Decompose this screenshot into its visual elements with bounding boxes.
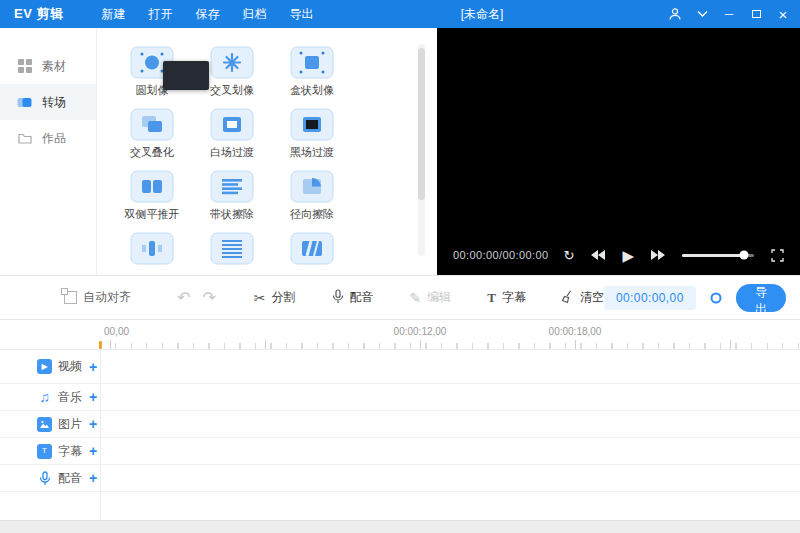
add-picture-button[interactable]: +	[89, 417, 97, 431]
transition-black-fade[interactable]: 黑场过渡	[277, 108, 347, 160]
playback-controls: ↻ ▶	[564, 248, 784, 263]
subtitle-track-lane[interactable]	[100, 438, 800, 464]
sidebar-item-material[interactable]: 素材	[0, 48, 96, 84]
menu-archive[interactable]: 归档	[242, 6, 266, 23]
add-video-button[interactable]: +	[89, 360, 97, 374]
horizontal-scrollbar[interactable]	[0, 520, 800, 533]
user-icon[interactable]	[668, 7, 682, 21]
maximize-button[interactable]	[749, 7, 763, 21]
video-track-lane[interactable]	[100, 350, 800, 383]
playhead[interactable]	[99, 341, 102, 349]
sidebar-item-works[interactable]: 作品	[0, 120, 96, 156]
picture-track-lane[interactable]	[100, 411, 800, 437]
music-track-lane[interactable]	[100, 384, 800, 410]
pencil-icon: ✎	[410, 291, 422, 305]
volume-slider[interactable]	[682, 254, 754, 257]
radial-wipe-icon	[290, 170, 334, 203]
play-button[interactable]: ▶	[622, 248, 634, 263]
fullscreen-button[interactable]	[771, 249, 784, 262]
slash-wipe-icon	[290, 232, 334, 265]
clear-button[interactable]: 清空	[560, 289, 604, 306]
preview-controls: 00:00:00/00:00:00 ↻ ▶	[437, 235, 800, 275]
dub-label: 配音	[350, 289, 374, 306]
transition-white-fade[interactable]: 白场过渡	[197, 108, 267, 160]
loop-icon[interactable]: ↻	[564, 249, 575, 262]
maximize-icon	[752, 10, 761, 18]
transitions-scrollbar-thumb[interactable]	[418, 48, 425, 200]
folder-icon	[17, 131, 32, 146]
transition-slash-wipe[interactable]	[277, 232, 347, 269]
transitions-scrollbar	[418, 44, 425, 256]
track-row-dub: 配音 +	[0, 465, 800, 492]
transition-stripe-wipe[interactable]	[197, 232, 267, 269]
edit-label: 编辑	[427, 289, 451, 306]
main-area: 素材 转场 作品	[0, 28, 800, 275]
scissors-icon: ✂	[254, 291, 266, 305]
track-row-video: ▶ 视频 +	[0, 350, 800, 384]
transition-radial-wipe[interactable]: 径向擦除	[277, 170, 347, 222]
rewind-button[interactable]	[591, 250, 605, 260]
music-track-icon: ♫	[37, 390, 52, 404]
app-logo: EV 剪辑	[14, 5, 63, 23]
dub-track-lane[interactable]	[100, 465, 800, 491]
edit-button[interactable]: ✎ 编辑	[410, 289, 452, 306]
ruler-label: 00:00:18,00	[549, 326, 602, 337]
grid-icon	[17, 59, 32, 74]
bar-wipe-icon	[130, 232, 174, 265]
add-dub-button[interactable]: +	[89, 471, 97, 485]
add-subtitle-button[interactable]: +	[89, 444, 97, 458]
auto-align-toggle[interactable]: 自动对齐	[64, 289, 131, 306]
cross-dissolve-icon	[130, 108, 174, 141]
box-wipe-icon	[290, 46, 334, 79]
fast-forward-button[interactable]	[651, 250, 665, 260]
video-preview: 00:00:00/00:00:00 ↻ ▶	[437, 28, 800, 275]
transition-box-wipe[interactable]: 盒状划像	[277, 46, 347, 98]
toolbar: 自动对齐 ↶ ↷ ✂ 分割 配音 ✎ 编辑 T 字幕 清空	[0, 275, 800, 320]
white-fade-icon	[210, 108, 254, 141]
split-label: 分割	[272, 289, 296, 306]
ruler-label: 00,00	[104, 326, 129, 337]
export-video-button[interactable]: 导出视频	[736, 284, 786, 312]
transition-preview-popup	[163, 61, 209, 90]
transition-icon	[17, 95, 32, 110]
volume-knob[interactable]	[739, 251, 748, 260]
split-button[interactable]: ✂ 分割	[254, 289, 296, 306]
transition-cross-dissolve[interactable]: 交叉叠化	[117, 108, 187, 160]
sidebar-item-label: 素材	[42, 58, 66, 75]
microphone-icon	[332, 289, 344, 306]
menu-export[interactable]: 导出	[289, 6, 313, 23]
sidebar-item-transitions[interactable]: 转场	[0, 84, 96, 120]
push-apart-icon	[130, 170, 174, 203]
redo-button[interactable]: ↷	[202, 290, 215, 306]
dropdown-icon[interactable]	[695, 7, 709, 21]
menu-save[interactable]: 保存	[195, 6, 219, 23]
subtitle-button[interactable]: T 字幕	[487, 289, 526, 306]
transitions-panel: 圆划像 交叉划像	[97, 28, 430, 275]
band-wipe-icon	[210, 170, 254, 203]
track-header-music: ♫ 音乐 +	[0, 389, 100, 406]
minimize-button[interactable]: ─	[722, 7, 736, 21]
track-header-divider	[100, 350, 101, 520]
major-tick	[110, 340, 111, 349]
menu-open[interactable]: 打开	[148, 6, 172, 23]
auto-align-checkbox-icon	[64, 291, 77, 304]
track-header-video: ▶ 视频 +	[0, 358, 100, 375]
timeline-ruler[interactable]: 00,00 00:00:12,00 00:00:18,00	[0, 320, 800, 350]
clear-label: 清空	[580, 289, 604, 306]
close-button[interactable]: ×	[776, 7, 790, 21]
add-music-button[interactable]: +	[89, 390, 97, 404]
transition-bar-wipe[interactable]	[117, 232, 187, 269]
transition-push-apart[interactable]: 双侧平推开	[117, 170, 187, 222]
major-tick	[420, 340, 421, 349]
menu-new[interactable]: 新建	[101, 6, 125, 23]
zoom-knob[interactable]	[710, 292, 721, 303]
auto-align-label: 自动对齐	[83, 289, 131, 306]
subtitle-track-icon: T	[37, 444, 52, 459]
transition-label: 黑场过渡	[277, 145, 347, 160]
track-row-subtitle: T 字幕 +	[0, 438, 800, 465]
transition-band-wipe[interactable]: 带状擦除	[197, 170, 267, 222]
dub-button[interactable]: 配音	[332, 289, 374, 306]
transition-label: 白场过渡	[197, 145, 267, 160]
volume-fill	[682, 254, 745, 257]
undo-button[interactable]: ↶	[177, 290, 190, 306]
